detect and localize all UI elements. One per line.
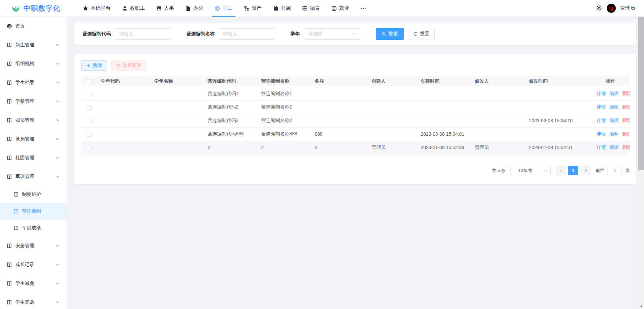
edit-link[interactable]: 编辑	[609, 118, 619, 123]
table-row: 2 2 2 管理员 2024-01-08 15:52:49 管理员 2024-0…	[81, 141, 630, 154]
code-input[interactable]	[115, 28, 171, 40]
edit-link[interactable]: 编辑	[609, 104, 619, 109]
sidebar-item-label: 军训管理	[15, 174, 34, 180]
delete-link[interactable]: 删除	[622, 118, 630, 123]
sidebar-item-fee-reduction[interactable]: 学生减免	[0, 274, 67, 293]
nav-item-student-affairs[interactable]: 学工	[209, 0, 238, 17]
nav-item-staff[interactable]: 教职工	[116, 0, 151, 17]
sidebar-item-label: 新生管理	[15, 42, 34, 48]
batch-delete-button[interactable]: 批量删除	[111, 60, 146, 71]
grid-icon	[302, 6, 308, 11]
name-input[interactable]	[219, 28, 275, 40]
sidebar-item-label: 学生奖助	[15, 299, 34, 305]
detail-link[interactable]: 详情	[597, 131, 606, 136]
detail-link[interactable]: 详情	[597, 118, 606, 123]
cell-create-time	[417, 100, 471, 114]
detail-link[interactable]: 详情	[597, 104, 606, 109]
edit-link[interactable]: 编辑	[609, 91, 619, 96]
prev-page-button[interactable]	[556, 166, 566, 175]
nav-item-label: 办公	[193, 5, 203, 11]
next-page-button[interactable]	[581, 166, 591, 175]
page-size-select[interactable]: 10条/页	[511, 166, 551, 175]
delete-link[interactable]: 删除	[622, 104, 630, 109]
edit-link[interactable]: 编辑	[609, 144, 619, 150]
sidebar-item-battalion-organization[interactable]: 营连编制	[0, 203, 67, 220]
cell-year-code	[97, 114, 151, 127]
sidebar-item-organization[interactable]: 组织机构	[0, 54, 67, 73]
top-nav-menu: 基础平台 教职工 人事 办公 学工 资产 公寓 德育	[77, 0, 596, 17]
cell-modifier	[472, 127, 526, 141]
sidebar-item-clubs[interactable]: 社团管理	[0, 148, 67, 167]
year-select[interactable]: 请选择	[304, 28, 360, 40]
sidebar-item-training-scores[interactable]: 军训成绩	[0, 220, 67, 236]
cell-name: 营连编制名称2	[258, 100, 311, 114]
cell-create-time: 2023-03-08 15:34:01	[417, 127, 471, 141]
add-button-label: 新增	[93, 62, 102, 69]
cell-year-name	[151, 127, 204, 141]
delete-link[interactable]: 删除	[622, 91, 630, 96]
cell-year-code	[97, 87, 151, 100]
add-button[interactable]: 新增	[81, 60, 107, 71]
search-button[interactable]: 搜索	[376, 28, 404, 40]
nav-item-platform[interactable]: 基础平台	[77, 0, 116, 17]
nav-item-employment[interactable]: 就业	[326, 0, 355, 17]
sidebar-item-military-training[interactable]: 军训管理	[0, 167, 67, 186]
sidebar-item-league-members[interactable]: 团员管理	[0, 111, 67, 130]
vertical-scrollbar[interactable]	[638, 17, 644, 309]
reset-button[interactable]: 重置	[408, 28, 435, 40]
sidebar-item-system-maintenance[interactable]: 制度维护	[0, 186, 67, 203]
goto-page-input[interactable]	[607, 166, 623, 175]
delete-link[interactable]: 删除	[622, 131, 630, 136]
sidebar-item-student-status[interactable]: 学籍管理	[0, 92, 67, 111]
plus-icon	[86, 63, 91, 68]
edit-link[interactable]: 编辑	[609, 131, 619, 136]
row-checkbox[interactable]	[87, 105, 92, 110]
row-checkbox[interactable]	[87, 132, 92, 137]
cell-modifier: 管理员	[472, 141, 526, 154]
current-page[interactable]: 1	[568, 166, 578, 175]
row-checkbox[interactable]	[87, 145, 92, 150]
batch-delete-label: 批量删除	[122, 62, 141, 69]
nav-more-button[interactable]	[355, 0, 372, 17]
scrollbar-thumb[interactable]	[638, 17, 644, 170]
cell-year-name	[151, 114, 204, 127]
app-logo[interactable]: 中职数字化	[11, 4, 60, 13]
sidebar-item-label: 社团管理	[15, 155, 34, 161]
year-select-placeholder: 请选择	[308, 31, 322, 37]
pager: 1	[556, 166, 591, 175]
detail-link[interactable]: 详情	[597, 144, 606, 150]
face-icon	[215, 6, 220, 11]
select-all-checkbox[interactable]	[87, 79, 92, 84]
book-icon	[7, 136, 12, 142]
row-checkbox[interactable]	[87, 92, 92, 96]
sidebar-item-home[interactable]: 首页	[0, 17, 67, 36]
row-checkbox[interactable]	[87, 119, 92, 123]
sidebar-item-party-members[interactable]: 党员管理	[0, 130, 67, 148]
settings-gear-icon[interactable]	[596, 5, 602, 11]
chevron-down-icon	[55, 43, 60, 47]
book-icon	[7, 174, 12, 179]
avatar[interactable]: Q	[607, 4, 616, 13]
field-code: 营连编制代码	[83, 28, 171, 40]
col-year-code: 学年代码	[97, 76, 151, 87]
user-name[interactable]: 管理员	[620, 5, 635, 11]
nav-item-moral-education[interactable]: 德育	[297, 0, 326, 17]
scrollbar-down-arrow-icon[interactable]	[640, 306, 643, 307]
nav-item-office[interactable]: 办公	[180, 0, 209, 17]
cell-name: 2	[258, 141, 311, 154]
col-code: 营连编制代码	[204, 76, 258, 87]
sidebar-item-student-aid[interactable]: 学生奖助	[0, 293, 67, 309]
sidebar-item-student-files[interactable]: 学生档案	[0, 73, 67, 92]
sidebar-item-growth-records[interactable]: 成长记录	[0, 255, 67, 274]
detail-link[interactable]: 详情	[597, 91, 606, 96]
nav-item-hr[interactable]: 人事	[151, 0, 180, 17]
nav-item-label: 资产	[252, 5, 262, 11]
total-count: 共 5 条	[492, 168, 505, 174]
sidebar-item-safety[interactable]: 安全管理	[0, 236, 67, 255]
main-content: 营连编制代码 营连编制名称 学年 请选择 搜索 重置	[67, 17, 644, 309]
sidebar-item-freshman[interactable]: 新生管理	[0, 36, 67, 54]
nav-item-apartment[interactable]: 公寓	[267, 0, 297, 17]
chevron-up-icon	[55, 174, 60, 179]
delete-link[interactable]: 删除	[622, 144, 630, 150]
nav-item-assets[interactable]: 资产	[238, 0, 267, 17]
